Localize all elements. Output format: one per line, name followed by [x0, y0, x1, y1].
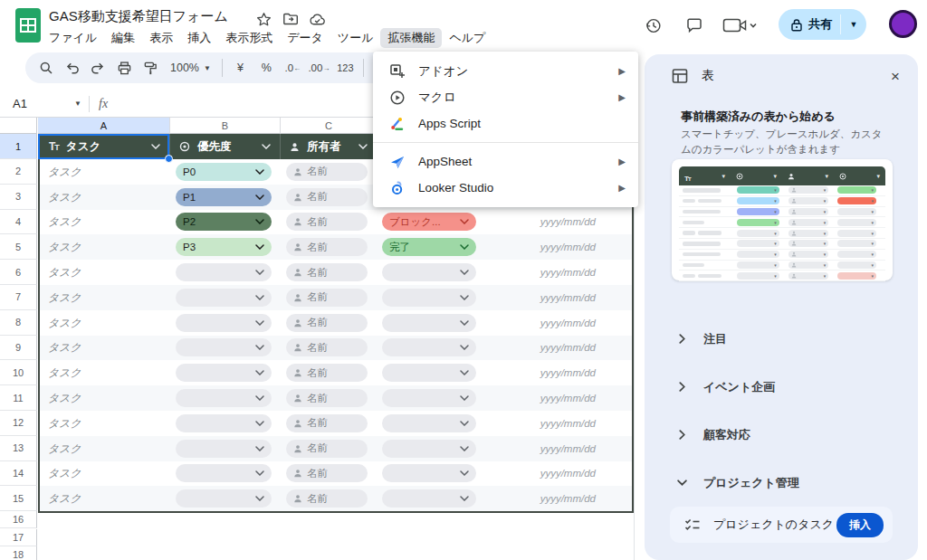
comment-icon[interactable] [683, 14, 706, 37]
task-cell[interactable]: タスク [48, 214, 81, 230]
task-cell[interactable]: タスク [48, 491, 81, 507]
task-cell[interactable]: タスク [48, 315, 81, 330]
version-history-icon[interactable] [641, 14, 664, 37]
status-chip[interactable] [382, 364, 476, 382]
row-header-7[interactable]: 7 [0, 285, 37, 310]
task-cell[interactable]: タスク [48, 289, 81, 305]
print-button[interactable] [112, 56, 137, 81]
row-header-4[interactable]: 4 [0, 210, 37, 235]
date-cell[interactable]: yyyy/mm/dd [471, 468, 596, 479]
account-avatar[interactable] [889, 10, 917, 38]
status-chip[interactable]: ブロック... [382, 213, 476, 231]
sidebar-section-collapsed[interactable]: イベント企画 [645, 363, 918, 411]
row-header-17[interactable]: 17 [0, 529, 37, 546]
owner-chip[interactable]: 名前 [286, 314, 368, 332]
menubar-item[interactable]: 編集 [104, 28, 142, 48]
priority-chip[interactable] [176, 414, 272, 432]
task-cell[interactable]: タスク [48, 240, 81, 255]
status-chip[interactable] [382, 464, 476, 482]
date-cell[interactable]: yyyy/mm/dd [471, 342, 596, 353]
increase-decimal-button[interactable]: .00→ [307, 56, 331, 81]
column-header-B[interactable]: B [170, 118, 281, 134]
priority-chip[interactable] [176, 364, 272, 382]
row-header-6[interactable]: 6 [0, 260, 37, 285]
row-header-3[interactable]: 3 [0, 185, 37, 210]
close-icon[interactable]: × [891, 69, 900, 84]
chevron-right-icon[interactable] [677, 430, 687, 440]
date-cell[interactable]: yyyy/mm/dd [471, 418, 596, 429]
star-icon[interactable] [254, 10, 272, 28]
status-chip[interactable] [382, 414, 476, 432]
row-header-16[interactable]: 16 [0, 511, 37, 528]
format-percent-button[interactable]: % [254, 56, 279, 81]
format-currency-button[interactable]: ¥ [228, 56, 253, 81]
owner-chip[interactable]: 名前 [286, 188, 368, 206]
row-header-8[interactable]: 8 [0, 310, 37, 336]
redo-button[interactable] [86, 56, 110, 81]
row-header-5[interactable]: 5 [0, 234, 37, 260]
task-cell[interactable]: タスク [48, 265, 81, 280]
select-all-corner[interactable] [0, 118, 37, 134]
extensions-menu-item[interactable]: Apps Script [373, 110, 638, 137]
column-header-C[interactable]: C [281, 118, 377, 134]
status-chip[interactable] [382, 389, 476, 407]
menubar-item[interactable]: ヘルプ [442, 28, 492, 48]
table-preview-card[interactable]: TT▾▾▾▾ ▾▾▾▾▾▾▾▾▾▾▾▾▾▾▾▾▾▾▾▾▾▾▾▾▾▾▾ [672, 159, 893, 280]
status-chip[interactable] [382, 314, 476, 332]
owner-chip[interactable]: 名前 [286, 489, 368, 508]
share-dropdown-caret[interactable]: ▼ [841, 20, 866, 29]
priority-chip[interactable] [176, 263, 272, 281]
row-header-2[interactable]: 2 [0, 159, 37, 185]
task-cell[interactable]: タスク [48, 466, 81, 481]
owner-chip[interactable]: 名前 [286, 414, 368, 432]
sheets-logo-icon[interactable] [14, 7, 42, 43]
task-cell[interactable]: タスク [48, 340, 81, 356]
owner-chip[interactable]: 名前 [286, 440, 368, 458]
owner-chip[interactable]: 名前 [286, 338, 368, 356]
chevron-down-icon[interactable] [358, 144, 368, 149]
name-box[interactable]: A1 ▼ [0, 97, 89, 110]
chevron-down-icon[interactable] [677, 478, 687, 488]
extensions-menu-item[interactable]: マクロ ▶ [373, 84, 638, 110]
priority-chip[interactable] [176, 464, 272, 482]
priority-chip[interactable]: P1 [176, 188, 272, 206]
status-chip[interactable] [382, 263, 476, 281]
date-cell[interactable]: yyyy/mm/dd [471, 242, 596, 252]
share-button[interactable]: 共有 ▼ [779, 9, 866, 40]
status-chip[interactable]: 完了 [382, 238, 476, 256]
row-header-10[interactable]: 10 [0, 360, 37, 385]
owner-chip[interactable]: 名前 [286, 238, 368, 256]
date-cell[interactable]: yyyy/mm/dd [471, 318, 596, 328]
owner-chip[interactable]: 名前 [286, 263, 368, 281]
status-chip[interactable] [382, 489, 476, 508]
table-column-header[interactable]: TT タスク [40, 134, 170, 159]
sidebar-section-collapsed[interactable]: 顧客対応 [645, 411, 918, 459]
menubar-item[interactable]: 表示形式 [218, 28, 280, 48]
paint-format-button[interactable] [139, 56, 163, 81]
priority-chip[interactable] [176, 289, 272, 307]
fill-handle[interactable] [165, 155, 173, 163]
priority-chip[interactable]: P3 [176, 238, 272, 256]
row-header-13[interactable]: 13 [0, 436, 37, 461]
date-cell[interactable]: yyyy/mm/dd [471, 443, 596, 454]
sidebar-section-expanded[interactable]: プロジェクト管理 [645, 459, 918, 507]
row-header-12[interactable]: 12 [0, 411, 37, 436]
row-header-15[interactable]: 15 [0, 486, 37, 511]
row-header-14[interactable]: 14 [0, 461, 37, 487]
task-cell[interactable]: タスク [48, 415, 81, 431]
task-cell[interactable]: タスク [48, 441, 81, 456]
date-cell[interactable]: yyyy/mm/dd [471, 493, 596, 504]
chevron-right-icon[interactable] [677, 334, 687, 344]
priority-chip[interactable]: P2 [176, 213, 272, 231]
task-cell[interactable]: タスク [48, 189, 81, 204]
date-cell[interactable]: yyyy/mm/dd [471, 393, 596, 403]
chevron-down-icon[interactable] [151, 144, 160, 149]
project-tasks-item[interactable]: プロジェクトのタスク 挿入 [670, 507, 893, 543]
extensions-menu-item[interactable]: アドオン ▶ [373, 58, 638, 84]
priority-chip[interactable] [176, 440, 272, 458]
menubar-item[interactable]: ファイル [42, 28, 104, 48]
priority-chip[interactable]: P0 [176, 163, 272, 181]
status-chip[interactable] [382, 289, 476, 307]
task-cell[interactable]: タスク [48, 164, 81, 179]
table-column-header[interactable]: 所有者 [281, 134, 377, 159]
